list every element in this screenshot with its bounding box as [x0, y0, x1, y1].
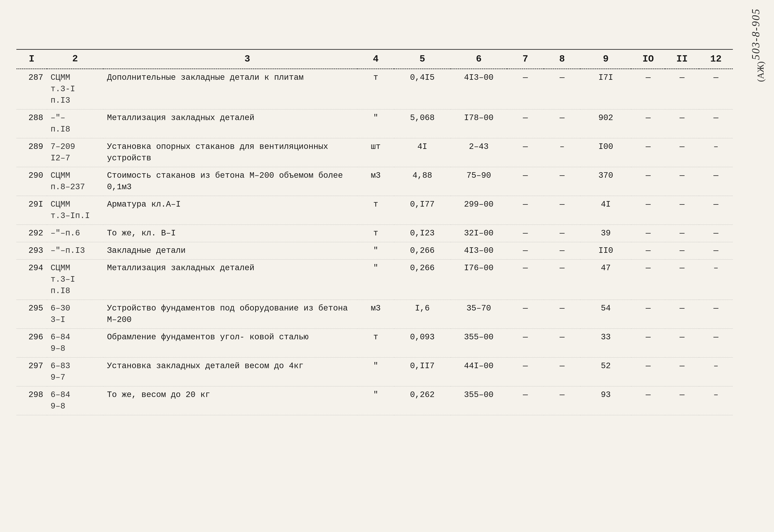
row-col10: —: [631, 196, 665, 225]
col-header-2: 2: [47, 49, 103, 69]
row-col11: —: [665, 225, 699, 242]
row-col12: —: [699, 109, 733, 138]
row-col6: 44I–00: [451, 357, 507, 386]
table-row: 288–"– п.I8Металлизация закладных детале…: [16, 109, 733, 138]
row-col6: 355–00: [451, 386, 507, 415]
row-ref: –"–п.I3: [47, 242, 103, 259]
row-col12: —: [699, 69, 733, 109]
row-col8: —: [544, 167, 580, 196]
row-ref: СЦММ т.3–I п.I8: [47, 259, 103, 300]
row-col11: —: [665, 259, 699, 300]
row-col7: —: [507, 300, 544, 328]
row-unit: м3: [357, 300, 394, 328]
table-row: 2966–84 9–8Обрамление фундаментов угол- …: [16, 328, 733, 357]
row-ref: 6–30 3–I: [47, 300, 103, 328]
col-header-3: 3: [103, 49, 357, 69]
row-col9: 52: [580, 357, 631, 386]
row-ref: 6–84 9–8: [47, 386, 103, 415]
row-col5: I,6: [394, 300, 451, 328]
row-col9: 4I: [580, 196, 631, 225]
row-col9: 33: [580, 328, 631, 357]
row-unit: ": [357, 242, 394, 259]
row-col12: —: [699, 242, 733, 259]
row-col10: —: [631, 386, 665, 415]
row-ref: 6–84 9–8: [47, 328, 103, 357]
row-ref: СЦММ т.3–Iп.I: [47, 196, 103, 225]
row-col8: —: [544, 300, 580, 328]
row-col9: 47: [580, 259, 631, 300]
row-ref: –"– п.I8: [47, 109, 103, 138]
row-col7: —: [507, 225, 544, 242]
main-table: I 2 3 4 5 6 7 8 9 IO II 12 287СЦММ т.3-I…: [16, 49, 733, 415]
watermark-top: 503-8-905: [750, 8, 762, 60]
row-col10: —: [631, 357, 665, 386]
row-unit: т: [357, 196, 394, 225]
row-num: 294: [16, 259, 47, 300]
row-col8: —: [544, 225, 580, 242]
row-col10: —: [631, 242, 665, 259]
table-header-row: I 2 3 4 5 6 7 8 9 IO II 12: [16, 49, 733, 69]
row-col11: —: [665, 69, 699, 109]
row-col5: 0,093: [394, 328, 451, 357]
row-col12: –: [699, 386, 733, 415]
col-header-11: II: [665, 49, 699, 69]
row-col9: II0: [580, 242, 631, 259]
row-col9: 93: [580, 386, 631, 415]
row-col9: I00: [580, 138, 631, 167]
row-col5: 0,4I5: [394, 69, 451, 109]
row-col6: 299–00: [451, 196, 507, 225]
row-col5: 0,I77: [394, 196, 451, 225]
row-desc: Устройство фундаментов под оборудование …: [103, 300, 357, 328]
row-num: 295: [16, 300, 47, 328]
row-col11: —: [665, 242, 699, 259]
row-col7: —: [507, 138, 544, 167]
row-col7: —: [507, 386, 544, 415]
row-col8: —: [544, 242, 580, 259]
row-col12: –: [699, 259, 733, 300]
row-desc: Установка закладных деталей весом до 4кг: [103, 357, 357, 386]
row-col6: I78–00: [451, 109, 507, 138]
col-header-5: 5: [394, 49, 451, 69]
row-col9: 54: [580, 300, 631, 328]
row-desc: Закладные детали: [103, 242, 357, 259]
table-row: 2986–84 9–8То же, весом до 20 кг"0,26235…: [16, 386, 733, 415]
row-unit: т: [357, 225, 394, 242]
row-num: 296: [16, 328, 47, 357]
row-desc: То же, кл. В–I: [103, 225, 357, 242]
row-col8: –: [544, 138, 580, 167]
row-ref: –"–п.6: [47, 225, 103, 242]
row-col5: 5,068: [394, 109, 451, 138]
table-row: 2956–30 3–IУстройство фундаментов под об…: [16, 300, 733, 328]
row-col7: —: [507, 242, 544, 259]
row-col8: —: [544, 196, 580, 225]
col-header-4: 4: [357, 49, 394, 69]
row-col8: —: [544, 357, 580, 386]
row-col6: 75–90: [451, 167, 507, 196]
row-col5: 4I: [394, 138, 451, 167]
col-header-12: 12: [699, 49, 733, 69]
row-num: 292: [16, 225, 47, 242]
row-desc: Металлизация закладных деталей: [103, 109, 357, 138]
row-col9: 902: [580, 109, 631, 138]
row-col10: —: [631, 138, 665, 167]
table-row: 294СЦММ т.3–I п.I8Металлизация закладных…: [16, 259, 733, 300]
table-row: 29IСЦММ т.3–Iп.IАрматура кл.А–Iт0,I77299…: [16, 196, 733, 225]
row-col11: —: [665, 328, 699, 357]
row-col6: 4I3–00: [451, 69, 507, 109]
row-col6: I76–00: [451, 259, 507, 300]
row-col7: —: [507, 167, 544, 196]
row-num: 297: [16, 357, 47, 386]
row-col11: —: [665, 386, 699, 415]
row-col11: —: [665, 138, 699, 167]
table-row: 293–"–п.I3Закладные детали"0,2664I3–00——…: [16, 242, 733, 259]
row-col10: —: [631, 225, 665, 242]
row-col12: —: [699, 225, 733, 242]
row-col7: —: [507, 328, 544, 357]
row-num: 298: [16, 386, 47, 415]
row-num: 29I: [16, 196, 47, 225]
row-col9: 39: [580, 225, 631, 242]
col-header-7: 7: [507, 49, 544, 69]
row-unit: ": [357, 386, 394, 415]
table-row: 290СЦММ п.8–237Стоимость стаканов из бет…: [16, 167, 733, 196]
row-col11: —: [665, 109, 699, 138]
